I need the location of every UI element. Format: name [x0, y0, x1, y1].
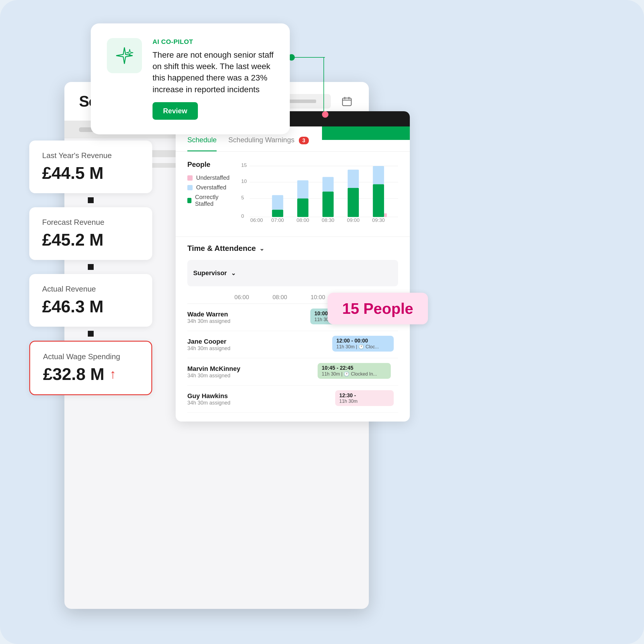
metric-value-2: £46.3 M [42, 297, 139, 316]
legend-correctly-staffed: Correctly Staffed [187, 194, 229, 207]
metrics-column: Last Year's Revenue £44.5 M Forecast Rev… [29, 141, 152, 395]
shift-block-guy: 12:30 - 11h 30m [335, 390, 394, 406]
svg-text:08:30: 08:30 [322, 217, 334, 223]
svg-rect-26 [373, 166, 384, 184]
legend-understaffed: Understaffed [187, 174, 229, 181]
svg-rect-23 [348, 170, 359, 188]
timeline-row-marvin: Marvin McKinney 34h 30m assigned 10:45 -… [187, 358, 398, 386]
svg-text:09:30: 09:30 [372, 217, 385, 223]
metric-card-0: Last Year's Revenue £44.5 M [29, 141, 152, 193]
calendar-icon[interactable] [340, 94, 354, 109]
svg-rect-25 [373, 184, 384, 217]
svg-rect-13 [272, 210, 283, 217]
connector-sq-1 [88, 264, 94, 270]
metric-card-2: Actual Revenue £46.3 M [29, 274, 152, 327]
chevron-down-icon-supervisor: ⌄ [231, 270, 236, 277]
ai-copilot-card: AI CO-PILOT There are not enough senior … [91, 23, 290, 134]
ai-icon-box [107, 38, 142, 73]
svg-rect-17 [297, 180, 309, 198]
connector-sq-2 [88, 331, 94, 337]
svg-rect-16 [297, 198, 309, 217]
person-name-wade: Wade Warren 34h 30m assigned [187, 311, 252, 324]
metric-label-1: Forecast Revenue [42, 218, 139, 227]
supervisor-dropdown[interactable]: Supervisor ⌄ [193, 265, 392, 282]
warnings-badge: 3 [299, 137, 309, 144]
timeline-bar-guy: 12:30 - 11h 30m [252, 390, 398, 408]
person-name-guy: Guy Hawkins 34h 30m assigned [187, 392, 252, 406]
svg-text:06:00: 06:00 [250, 217, 263, 223]
svg-rect-14 [272, 195, 283, 210]
person-name-marvin: Marvin McKinney 34h 30m assigned [187, 365, 252, 379]
ai-content: AI CO-PILOT There are not enough senior … [153, 38, 274, 120]
legend-overstaffed: Overstaffed [187, 184, 229, 191]
main-container: AI CO-PILOT There are not enough senior … [0, 0, 644, 644]
person-name-jane: Jane Cooper 34h 30m assigned [187, 338, 252, 352]
svg-text:10: 10 [241, 178, 247, 184]
legend-dot-overstaffed [187, 185, 193, 190]
connector-line-horizontal [290, 57, 325, 58]
svg-text:0: 0 [241, 213, 244, 219]
metric-card-1: Forecast Revenue £45.2 M [29, 207, 152, 260]
svg-text:08:00: 08:00 [297, 217, 309, 223]
svg-text:5: 5 [241, 195, 244, 201]
right-panel: Schedule Scheduling Warnings 3 People Un… [176, 111, 410, 422]
timeline-bar-jane: 12:00 - 00:00 11h 30m | 🕐 Cloc... [252, 336, 398, 353]
chart-y-label: People [187, 160, 229, 169]
shift-block-jane: 12:00 - 00:00 11h 30m | 🕐 Cloc... [332, 336, 394, 352]
review-button[interactable]: Review [153, 102, 198, 120]
svg-text:09:00: 09:00 [347, 217, 359, 223]
svg-text:15: 15 [241, 162, 247, 168]
metric-label-0: Last Year's Revenue [42, 151, 139, 160]
chart-legend: Understaffed Overstaffed Correctly Staff… [187, 174, 229, 207]
connector-dot-end [322, 111, 328, 118]
connector-sq-0 [88, 197, 94, 203]
svg-text:07:00: 07:00 [271, 217, 284, 223]
metric-value-1: £45.2 M [42, 230, 139, 249]
metric-card-3: Actual Wage Spending £32.8 M ↑ [29, 341, 152, 395]
svg-rect-20 [323, 177, 334, 191]
metric-value-3: £32.8 M ↑ [43, 364, 138, 384]
metric-label-2: Actual Revenue [42, 285, 139, 294]
arrow-up-icon: ↑ [110, 367, 116, 381]
svg-rect-0 [342, 98, 351, 106]
people-badge: 15 People [328, 293, 428, 324]
green-accent-bar [322, 126, 410, 140]
svg-rect-22 [348, 188, 359, 217]
timeline-row-guy: Guy Hawkins 34h 30m assigned 12:30 - 11h… [187, 386, 398, 413]
time-attendance-title[interactable]: Time & Attendence ⌄ [187, 237, 398, 260]
metric-label-3: Actual Wage Spending [43, 352, 138, 361]
ai-message: There are not enough senior staff on shi… [153, 49, 274, 95]
legend-dot-correctly-staffed [187, 198, 191, 203]
chart-area: People Understaffed Overstaffed Corre [176, 152, 410, 234]
ai-label: AI CO-PILOT [153, 38, 274, 46]
shift-block-marvin: 10:45 - 22:45 11h 30m | 🕐 Clocked In... [318, 363, 391, 379]
time-attendance-section: Time & Attendence ⌄ Supervisor ⌄ 06:00 0… [176, 237, 410, 422]
bar-chart: 15 10 5 0 06:00 [241, 160, 398, 225]
sparkle-icon [115, 46, 134, 65]
timeline-bar-marvin: 10:45 - 22:45 11h 30m | 🕐 Clocked In... [252, 363, 398, 381]
metric-value-0: £44.5 M [42, 163, 139, 183]
chevron-down-icon: ⌄ [259, 245, 264, 252]
timeline-row-jane: Jane Cooper 34h 30m assigned 12:00 - 00:… [187, 331, 398, 358]
connector-line-vertical [323, 57, 324, 116]
legend-dot-understaffed [187, 175, 193, 181]
svg-rect-27 [384, 213, 387, 217]
svg-rect-19 [323, 191, 334, 217]
